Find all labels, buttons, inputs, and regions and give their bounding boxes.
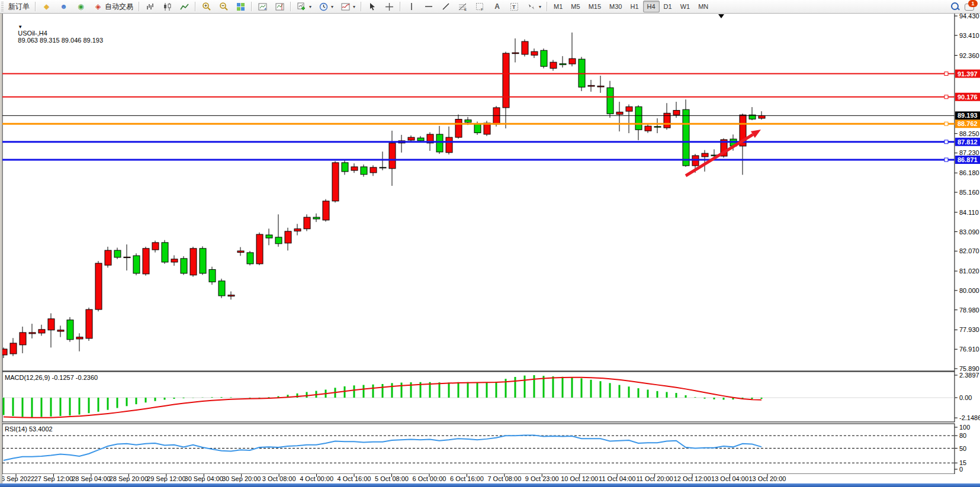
candle[interactable] bbox=[654, 127, 661, 127]
candle[interactable] bbox=[152, 243, 159, 250]
fibonacci-tool-button[interactable]: E bbox=[454, 0, 471, 13]
candle[interactable] bbox=[10, 343, 17, 354]
candle[interactable] bbox=[181, 259, 187, 273]
main-chart-panel[interactable] bbox=[2, 13, 955, 371]
cursor-tool-button[interactable] bbox=[364, 0, 381, 13]
candle[interactable] bbox=[124, 257, 130, 257]
date-tick-label[interactable]: 30 Sep 04:00 bbox=[185, 475, 223, 482]
candle[interactable] bbox=[38, 330, 45, 333]
candle[interactable] bbox=[616, 112, 623, 114]
chat-icon[interactable]: 1 bbox=[965, 2, 976, 11]
candle[interactable] bbox=[57, 330, 64, 331]
candle[interactable] bbox=[342, 163, 348, 172]
date-tick-label[interactable]: 11 Oct 20:00 bbox=[637, 475, 673, 482]
candle[interactable] bbox=[417, 138, 424, 141]
candle[interactable] bbox=[645, 126, 651, 131]
date-tick-label[interactable]: 26 Sep 2022 bbox=[0, 475, 34, 482]
candle[interactable] bbox=[361, 167, 367, 175]
news-button[interactable]: ◉ bbox=[72, 0, 89, 13]
chart-shift-button[interactable] bbox=[271, 0, 288, 13]
trendline-tool-button[interactable] bbox=[437, 0, 454, 13]
candle[interactable] bbox=[446, 137, 452, 153]
candle[interactable] bbox=[171, 259, 178, 262]
date-tick-label[interactable]: 28 Sep 04:00 bbox=[72, 475, 110, 482]
new-chart-button[interactable]: ▾ bbox=[293, 0, 315, 13]
timeframe-button-h4[interactable]: H4 bbox=[643, 1, 660, 12]
arrows-tool-button[interactable]: ▾ bbox=[523, 0, 545, 13]
candle[interactable] bbox=[256, 234, 263, 264]
candle[interactable] bbox=[465, 120, 471, 122]
vertical-line-tool-button[interactable] bbox=[403, 0, 420, 13]
rsi-panel[interactable] bbox=[2, 424, 955, 474]
candle[interactable] bbox=[143, 249, 149, 274]
grid-tool-button[interactable]: F bbox=[471, 0, 489, 13]
candle[interactable] bbox=[408, 137, 415, 140]
candle[interactable] bbox=[673, 110, 680, 115]
candle[interactable] bbox=[304, 217, 310, 229]
candle[interactable] bbox=[332, 163, 339, 201]
candle[interactable] bbox=[219, 281, 225, 296]
candle[interactable] bbox=[522, 41, 528, 54]
date-tick-label[interactable]: 4 Oct 16:00 bbox=[338, 475, 371, 482]
crosshair-tool-button[interactable] bbox=[381, 0, 398, 13]
candle[interactable] bbox=[493, 108, 500, 124]
candle[interactable] bbox=[588, 85, 595, 86]
candle[interactable] bbox=[455, 120, 462, 138]
candle[interactable] bbox=[380, 167, 386, 168]
candle[interactable] bbox=[266, 235, 272, 238]
candle[interactable] bbox=[635, 107, 642, 130]
date-tick-label[interactable]: 29 Sep 12:00 bbox=[147, 475, 185, 482]
metaeditor-button[interactable]: ◆ bbox=[38, 0, 55, 13]
price-line-handle[interactable] bbox=[944, 140, 948, 144]
candle[interactable] bbox=[541, 50, 547, 66]
zoom-out-button[interactable] bbox=[215, 0, 232, 13]
price-line-handle[interactable] bbox=[944, 158, 948, 162]
horizontal-line-tool-button[interactable] bbox=[420, 0, 437, 13]
charts-arrange-button[interactable] bbox=[254, 0, 271, 13]
auto-trading-button[interactable]: ◈ 自动交易 bbox=[89, 0, 137, 13]
candle[interactable] bbox=[550, 62, 557, 68]
timeframe-button-m1[interactable]: M1 bbox=[550, 1, 567, 12]
candle[interactable] bbox=[759, 115, 765, 118]
price-line-handle[interactable] bbox=[944, 122, 948, 125]
date-tick-label[interactable]: 12 Oct 12:00 bbox=[674, 475, 711, 482]
date-tick-label[interactable]: 13 Oct 20:00 bbox=[749, 475, 786, 482]
community-button[interactable]: ☻ bbox=[55, 0, 72, 13]
date-tick-label[interactable]: 9 Oct 23:00 bbox=[525, 475, 559, 482]
candle[interactable] bbox=[209, 270, 216, 282]
candle[interactable] bbox=[607, 88, 613, 114]
indicators-button[interactable]: ▾ bbox=[337, 0, 359, 13]
zoom-in-button[interactable] bbox=[198, 0, 215, 13]
bar-chart-button[interactable] bbox=[142, 0, 159, 13]
candle[interactable] bbox=[67, 320, 73, 340]
candle[interactable] bbox=[370, 167, 377, 173]
candle[interactable] bbox=[389, 143, 396, 169]
candle[interactable] bbox=[247, 253, 253, 264]
date-tick-label[interactable]: 27 Sep 12:00 bbox=[34, 475, 73, 482]
candle[interactable] bbox=[531, 51, 538, 55]
timeframe-button-m5[interactable]: M5 bbox=[567, 1, 584, 12]
candle[interactable] bbox=[200, 249, 206, 273]
candle[interactable] bbox=[237, 251, 244, 253]
toolbar-drag-handle[interactable] bbox=[1, 2, 4, 11]
timeframe-button-m30[interactable]: M30 bbox=[605, 1, 626, 12]
date-tick-label[interactable]: 3 Oct 08:00 bbox=[262, 475, 296, 482]
candle[interactable] bbox=[313, 217, 320, 219]
price-line-handle[interactable] bbox=[944, 95, 948, 99]
date-tick-label[interactable]: 4 Oct 00:00 bbox=[300, 475, 333, 482]
date-tick-label[interactable]: 11 Oct 04:00 bbox=[599, 475, 635, 482]
candle[interactable] bbox=[48, 319, 54, 330]
candlestick-chart-button[interactable] bbox=[159, 0, 176, 13]
search-icon[interactable] bbox=[950, 2, 960, 11]
timeframe-button-h1[interactable]: H1 bbox=[626, 1, 642, 12]
candle[interactable] bbox=[20, 333, 26, 345]
candle[interactable] bbox=[436, 134, 443, 152]
text-label-tool-button[interactable]: T bbox=[506, 0, 523, 13]
candle[interactable] bbox=[484, 123, 490, 134]
candle[interactable] bbox=[114, 250, 121, 257]
candle[interactable] bbox=[560, 64, 566, 65]
candle[interactable] bbox=[95, 263, 102, 309]
candle[interactable] bbox=[162, 243, 168, 262]
candle[interactable] bbox=[294, 229, 301, 231]
candle[interactable] bbox=[275, 237, 282, 244]
